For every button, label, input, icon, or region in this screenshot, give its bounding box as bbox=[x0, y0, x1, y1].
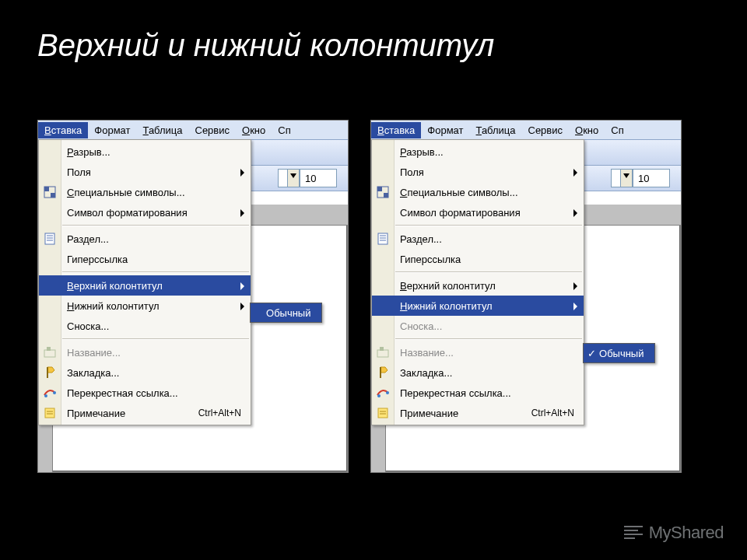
submenu-item-label: Обычный bbox=[599, 348, 644, 359]
menu-separator bbox=[395, 338, 582, 340]
submenu-item-default[interactable]: Обычный bbox=[251, 303, 321, 322]
menu-item[interactable]: Специальные символы... bbox=[39, 182, 251, 202]
menu-item[interactable]: Поля bbox=[372, 162, 584, 182]
chevron-down-icon bbox=[290, 173, 296, 178]
mnemonic: Н bbox=[400, 300, 407, 312]
menu-item-label: Закладка... bbox=[67, 367, 119, 379]
menu-item[interactable]: Разрыв... bbox=[372, 142, 584, 162]
menu-item-label: Специальные символы... bbox=[67, 187, 185, 198]
mnemonic: Р bbox=[400, 146, 406, 158]
menubar-item[interactable]: Таблица bbox=[470, 122, 522, 138]
menu-item[interactable]: Перекрестная ссылка... bbox=[372, 383, 584, 403]
section-icon bbox=[44, 233, 56, 245]
menubar-item[interactable]: Сп bbox=[272, 122, 296, 138]
menu-item-label: Название... bbox=[400, 347, 454, 359]
menu-item[interactable]: Специальные символы... bbox=[372, 182, 584, 202]
fontsize-field[interactable]: 10 bbox=[633, 169, 670, 187]
menu-item-label: Разрыв... bbox=[67, 146, 110, 158]
menu-item[interactable]: Нижний колонтитул bbox=[39, 296, 251, 316]
menu-item[interactable]: Раздел... bbox=[372, 229, 584, 249]
submenu-arrow-icon bbox=[240, 282, 244, 290]
submenu-item-label: Обычный bbox=[266, 307, 310, 319]
fontname-combo[interactable] bbox=[278, 169, 300, 187]
submenu-flyout: ✓ Обычный bbox=[583, 343, 655, 363]
menu-item[interactable]: Символ форматирования bbox=[39, 202, 251, 222]
special-icon bbox=[44, 186, 56, 198]
submenu-arrow-icon bbox=[240, 303, 244, 310]
menu-item-label: Нижний колонтитул bbox=[67, 300, 160, 312]
menu-separator bbox=[395, 271, 582, 273]
mnemonic: Р bbox=[67, 146, 73, 158]
caption-icon bbox=[44, 346, 56, 359]
menu-item[interactable]: Верхний колонтитул bbox=[39, 275, 251, 296]
submenu-arrow-icon bbox=[573, 303, 577, 310]
mnemonic: В bbox=[67, 280, 74, 292]
menu-item-label: Примечание bbox=[67, 408, 125, 419]
menu-item[interactable]: Перекрестная ссылка... bbox=[39, 383, 251, 403]
menu-item[interactable]: Примечание Ctrl+Alt+N bbox=[372, 403, 584, 423]
mnemonic: В bbox=[400, 280, 407, 292]
menu-item-label: Раздел... bbox=[400, 233, 442, 245]
menu-item[interactable]: Верхний колонтитул bbox=[372, 275, 584, 296]
menu-item-label: Специальные символы... bbox=[400, 187, 518, 198]
submenu-flyout: Обычный bbox=[250, 303, 322, 323]
menubar-item[interactable]: Сервис bbox=[522, 122, 570, 138]
menu-item-label: Верхний колонтитул bbox=[400, 280, 496, 292]
menu-item-label: Разрыв... bbox=[400, 146, 444, 158]
menu-item-label: Символ форматирования bbox=[400, 207, 521, 219]
watermark: MyShared bbox=[624, 523, 724, 543]
menu-item[interactable]: Закладка... bbox=[39, 362, 251, 383]
menu-item-label: Перекрестная ссылка... bbox=[67, 387, 178, 399]
menu-item-label: Гиперссылка bbox=[400, 254, 461, 265]
menubar-item[interactable]: Формат bbox=[421, 122, 469, 138]
screenshot-pane: ВставкаФорматТаблицаСервисОкноСп 10 2 · … bbox=[37, 120, 349, 473]
chevron-down-icon bbox=[623, 173, 630, 178]
mnemonic: С bbox=[67, 187, 74, 198]
menu-item[interactable]: Поля bbox=[39, 162, 251, 182]
menubar-item[interactable]: Формат bbox=[88, 122, 136, 138]
menu-item-label: Сноска... bbox=[67, 320, 109, 332]
shortcut-label: Ctrl+Alt+N bbox=[198, 408, 241, 418]
menubar-item[interactable]: Таблица bbox=[137, 122, 189, 138]
bookmark-icon bbox=[377, 366, 389, 379]
menubar-item[interactable]: Окно bbox=[569, 122, 605, 138]
menu-item[interactable]: Разрыв... bbox=[39, 142, 251, 162]
menubar-item[interactable]: Сервис bbox=[189, 122, 237, 138]
submenu-arrow-icon bbox=[573, 282, 577, 290]
submenu-arrow-icon bbox=[573, 209, 577, 217]
menu-item[interactable]: Гиперссылка bbox=[372, 249, 584, 269]
menu-item-label: Нижний колонтитул bbox=[400, 300, 493, 312]
fontname-combo[interactable] bbox=[611, 169, 633, 187]
menu-item: Название... bbox=[372, 342, 584, 362]
mnemonic: Н bbox=[67, 300, 74, 312]
menubar-item[interactable]: Сп bbox=[605, 122, 630, 138]
menu-item[interactable]: Раздел... bbox=[39, 229, 251, 249]
menubar-item[interactable]: Вставка bbox=[38, 122, 88, 138]
mnemonic: С bbox=[400, 187, 407, 198]
submenu-arrow-icon bbox=[240, 169, 244, 177]
menu-item[interactable]: Символ форматирования bbox=[372, 202, 584, 222]
menu-item-label: Сноска... bbox=[400, 320, 442, 332]
menu-item[interactable]: Примечание Ctrl+Alt+N bbox=[39, 403, 251, 423]
xref-icon bbox=[44, 387, 56, 399]
menu-item-label: Закладка... bbox=[400, 367, 452, 379]
note-icon bbox=[377, 407, 389, 419]
menu-item[interactable]: Гиперссылка bbox=[39, 249, 251, 269]
check-icon: ✓ bbox=[587, 348, 596, 359]
menu-item[interactable]: Нижний колонтитул bbox=[372, 296, 584, 316]
menu-item-label: Поля bbox=[400, 166, 424, 178]
menu-item[interactable]: Сноска... bbox=[39, 316, 251, 336]
submenu-arrow-icon bbox=[573, 169, 577, 177]
bookmark-icon bbox=[44, 366, 56, 379]
menu-item[interactable]: Закладка... bbox=[372, 362, 584, 383]
menubar-item[interactable]: Вставка bbox=[371, 122, 421, 138]
menu-item-label: Верхний колонтитул bbox=[67, 280, 163, 292]
menu-item-label: Примечание bbox=[400, 408, 458, 419]
fontsize-field[interactable]: 10 bbox=[300, 169, 337, 187]
submenu-item-default[interactable]: ✓ Обычный bbox=[584, 344, 654, 362]
menu-separator bbox=[62, 338, 249, 340]
menu-item-label: Символ форматирования bbox=[67, 207, 188, 219]
section-icon bbox=[377, 233, 389, 245]
menubar-item[interactable]: Окно bbox=[236, 122, 272, 138]
menu-separator bbox=[395, 225, 582, 226]
